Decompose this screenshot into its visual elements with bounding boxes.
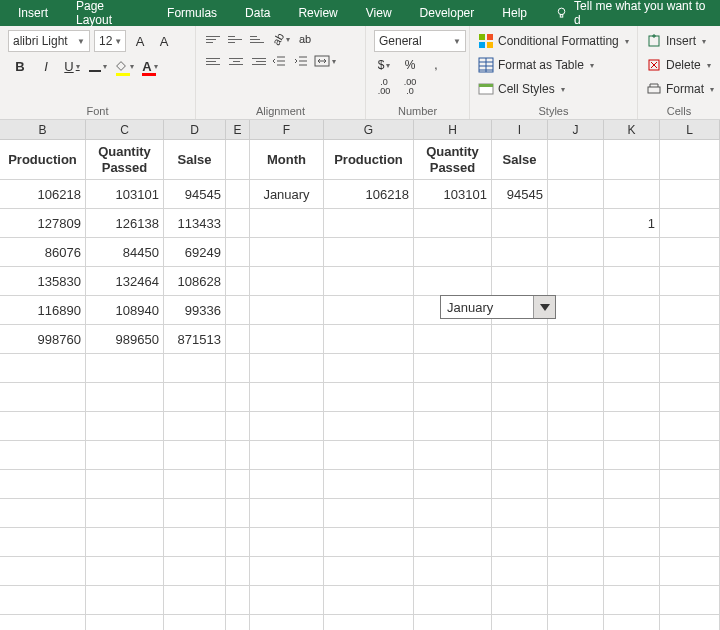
underline-button[interactable]: U▾ (62, 56, 82, 76)
cell[interactable] (324, 470, 414, 498)
cell[interactable] (660, 412, 720, 440)
insert-cells-button[interactable]: Insert▾ (646, 30, 712, 52)
cell[interactable] (548, 499, 604, 527)
cell[interactable] (604, 325, 660, 353)
cell[interactable]: Production (324, 140, 414, 179)
cell[interactable] (604, 586, 660, 614)
cell[interactable] (492, 470, 548, 498)
cell[interactable] (660, 470, 720, 498)
cell[interactable] (0, 354, 86, 382)
cell[interactable]: 135830 (0, 267, 86, 295)
cell[interactable] (660, 383, 720, 411)
cell[interactable] (324, 557, 414, 585)
cell[interactable] (548, 615, 604, 630)
accounting-format-button[interactable]: $▾ (374, 56, 394, 74)
cell[interactable]: 69249 (164, 238, 226, 266)
tab-insert[interactable]: Insert (4, 1, 62, 25)
cell[interactable] (226, 325, 250, 353)
cell[interactable] (492, 325, 548, 353)
cell[interactable] (660, 267, 720, 295)
cell[interactable]: 84450 (86, 238, 164, 266)
cell[interactable]: Salse (164, 140, 226, 179)
cell[interactable] (324, 325, 414, 353)
cell[interactable] (250, 238, 324, 266)
cell[interactable] (604, 296, 660, 324)
align-center-button[interactable] (226, 52, 246, 70)
cell[interactable] (226, 499, 250, 527)
cell[interactable] (86, 412, 164, 440)
cell[interactable] (164, 615, 226, 630)
cell[interactable] (548, 528, 604, 556)
orientation-button[interactable]: ab▾ (270, 30, 292, 48)
cell[interactable] (324, 383, 414, 411)
spreadsheet-grid[interactable]: B C D E F G H I J K L ProductionQuantity… (0, 120, 720, 630)
increase-decimal-button[interactable]: .0.00 (374, 78, 394, 96)
col-header-B[interactable]: B (0, 120, 86, 139)
cell[interactable] (414, 470, 492, 498)
cell[interactable] (226, 412, 250, 440)
cell[interactable] (660, 296, 720, 324)
cell[interactable] (414, 412, 492, 440)
cell[interactable] (548, 180, 604, 208)
cell-styles-button[interactable]: Cell Styles▾ (478, 78, 629, 100)
cell[interactable]: 113433 (164, 209, 226, 237)
bold-button[interactable]: B (10, 56, 30, 76)
cell[interactable] (0, 586, 86, 614)
cell[interactable] (548, 140, 604, 179)
tab-view[interactable]: View (352, 1, 406, 25)
cell[interactable] (86, 354, 164, 382)
cell[interactable] (250, 209, 324, 237)
col-header-G[interactable]: G (324, 120, 414, 139)
cell[interactable] (660, 180, 720, 208)
delete-cells-button[interactable]: Delete▾ (646, 54, 712, 76)
cell[interactable] (492, 354, 548, 382)
cell[interactable]: 94545 (492, 180, 548, 208)
cell[interactable] (492, 528, 548, 556)
align-bottom-button[interactable] (248, 30, 268, 48)
cell[interactable] (414, 209, 492, 237)
cell[interactable]: 989650 (86, 325, 164, 353)
cell[interactable] (548, 325, 604, 353)
cell[interactable] (226, 586, 250, 614)
cell[interactable] (660, 586, 720, 614)
cell[interactable] (492, 586, 548, 614)
cell[interactable] (604, 354, 660, 382)
cell[interactable] (0, 470, 86, 498)
cell[interactable] (226, 354, 250, 382)
cell[interactable] (86, 499, 164, 527)
cell[interactable] (492, 615, 548, 630)
cell[interactable] (164, 470, 226, 498)
cell[interactable] (492, 441, 548, 469)
italic-button[interactable]: I (36, 56, 56, 76)
cell[interactable] (660, 441, 720, 469)
cell[interactable] (226, 180, 250, 208)
cell[interactable] (492, 267, 548, 295)
cell[interactable] (414, 238, 492, 266)
cell[interactable] (604, 180, 660, 208)
cell[interactable]: 998760 (0, 325, 86, 353)
cell[interactable] (548, 441, 604, 469)
cell[interactable] (414, 267, 492, 295)
col-header-E[interactable]: E (226, 120, 250, 139)
align-right-button[interactable] (248, 52, 268, 70)
decrease-indent-button[interactable] (270, 52, 290, 70)
cell[interactable]: 116890 (0, 296, 86, 324)
wrap-text-button[interactable]: ab (294, 30, 316, 48)
cell[interactable] (164, 354, 226, 382)
cell[interactable] (324, 441, 414, 469)
cell[interactable] (604, 499, 660, 527)
cell[interactable]: Month (250, 140, 324, 179)
cell[interactable]: 99336 (164, 296, 226, 324)
cell[interactable] (548, 383, 604, 411)
cell[interactable] (604, 267, 660, 295)
cell[interactable] (604, 238, 660, 266)
cell[interactable] (226, 528, 250, 556)
cell[interactable] (548, 267, 604, 295)
number-format-combo[interactable]: General▼ (374, 30, 466, 52)
cell[interactable] (250, 325, 324, 353)
tab-data[interactable]: Data (231, 1, 284, 25)
cell[interactable]: Salse (492, 140, 548, 179)
cell[interactable] (324, 499, 414, 527)
increase-indent-button[interactable] (292, 52, 312, 70)
cell[interactable]: 106218 (324, 180, 414, 208)
